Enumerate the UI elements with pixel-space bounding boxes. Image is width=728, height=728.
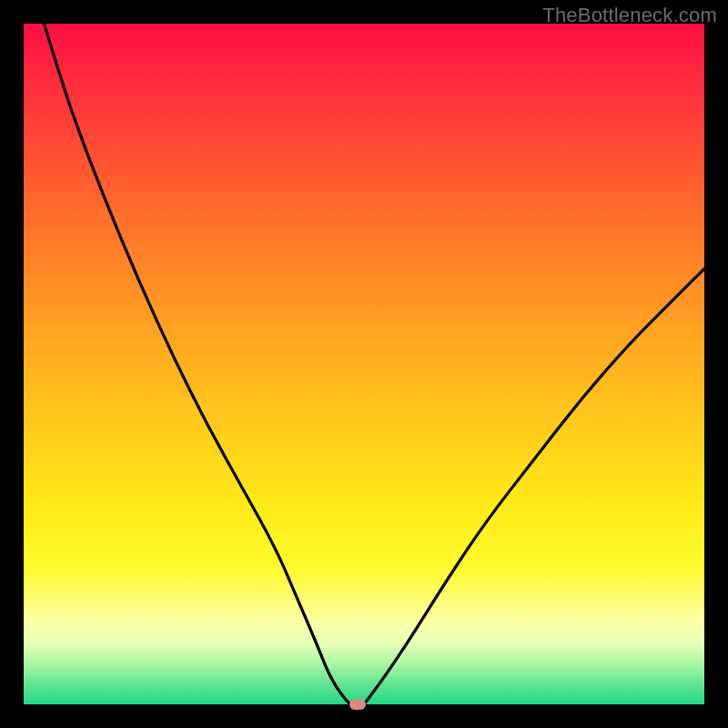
frame: TheBottleneck.com: [0, 0, 728, 728]
bottleneck-curve: [24, 24, 704, 704]
minimum-marker-dot: [349, 699, 366, 710]
chart-gradient-area: [24, 24, 704, 704]
curve-left-branch: [44, 24, 350, 704]
curve-right-branch: [364, 268, 704, 704]
watermark-text: TheBottleneck.com: [542, 4, 717, 27]
